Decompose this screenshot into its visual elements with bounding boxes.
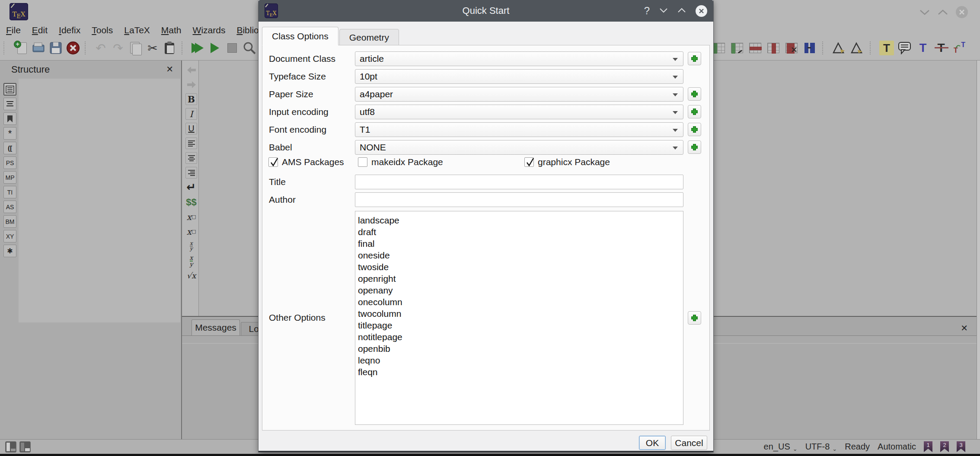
italic-icon[interactable]: I (185, 108, 197, 120)
status-language[interactable]: en_US (764, 442, 790, 452)
newline-icon[interactable]: ↵ (185, 182, 197, 193)
bookmark-3-icon[interactable]: 3 (957, 441, 965, 452)
list-item[interactable]: oneside (358, 249, 683, 261)
author-input[interactable] (355, 192, 683, 207)
menu-file[interactable]: File (6, 25, 21, 35)
triangle-prev-icon[interactable] (850, 41, 865, 55)
structure-view-icon[interactable] (3, 83, 16, 96)
delete-row-icon[interactable] (748, 41, 763, 55)
math-mode-icon[interactable]: $$ (185, 196, 197, 208)
list-item[interactable]: leqno (358, 354, 683, 366)
input-encoding-add-button[interactable] (688, 105, 701, 118)
copy-icon[interactable] (128, 41, 143, 55)
window-minimize-icon[interactable] (919, 9, 930, 15)
redo-icon[interactable]: ↷ (111, 41, 125, 55)
input-encoding-select[interactable]: utf8 (355, 105, 683, 119)
document-class-select[interactable]: article (355, 51, 683, 66)
structure-panel-close-icon[interactable]: ✕ (166, 64, 173, 74)
bold-icon[interactable]: B (185, 93, 197, 105)
block-view-icon[interactable] (3, 98, 16, 110)
quick-build-icon[interactable] (190, 41, 205, 55)
dialog-shade-down-icon[interactable] (659, 7, 668, 15)
menu-wizards[interactable]: Wizards (193, 25, 226, 35)
asterisk-icon[interactable]: * (3, 127, 16, 140)
triangle-next-icon[interactable] (832, 41, 846, 55)
edit-table-column-icon[interactable] (730, 41, 744, 55)
menu-edit[interactable]: Edit (32, 25, 48, 35)
as-icon[interactable]: AS (3, 201, 16, 213)
sqrt-icon[interactable]: √x (185, 270, 197, 281)
babel-select[interactable]: NONE (355, 140, 683, 155)
dialog-help-icon[interactable]: ? (644, 5, 650, 17)
fraction-icon[interactable]: xy (185, 255, 197, 267)
symbols-icon[interactable]: ✱ (3, 245, 16, 257)
font-encoding-select[interactable]: T1 (355, 122, 683, 137)
dialog-close-icon[interactable] (696, 5, 707, 17)
paper-size-select[interactable]: a4paper (355, 87, 683, 102)
list-item[interactable]: draft (358, 226, 683, 238)
dialog-shade-up-icon[interactable] (677, 7, 686, 15)
other-options-add-button[interactable] (688, 311, 701, 325)
list-item[interactable]: openbib (358, 343, 683, 354)
toolbar-grip[interactable] (3, 41, 7, 54)
list-item[interactable]: fleqn (358, 366, 683, 378)
close-document-icon[interactable] (66, 41, 80, 55)
cut-icon[interactable]: ✂ (145, 41, 160, 55)
xy-icon[interactable]: XY (3, 230, 16, 242)
babel-add-button[interactable] (688, 140, 701, 154)
comment-icon[interactable] (897, 41, 912, 55)
menu-latex[interactable]: LaTeX (124, 25, 150, 35)
window-close-icon[interactable] (956, 6, 968, 18)
bookmark-1-icon[interactable]: 1 (924, 441, 932, 452)
subscript-icon[interactable]: x□ (185, 211, 197, 223)
strikethrough-icon[interactable]: T (934, 41, 948, 55)
bm-icon[interactable]: BM (3, 215, 16, 228)
dialog-titlebar[interactable]: TEX Quick Start ? (259, 0, 713, 22)
document-class-add-button[interactable] (688, 52, 701, 65)
menu-math[interactable]: Math (161, 25, 182, 35)
menu-tools[interactable]: Tools (92, 25, 113, 35)
superscript-icon[interactable]: x□ (185, 226, 197, 237)
tab-messages[interactable]: Messages (192, 319, 240, 335)
toggle-structure-panel-icon[interactable] (5, 441, 16, 453)
list-item[interactable]: notitlepage (358, 331, 683, 343)
list-item[interactable]: openright (358, 273, 683, 284)
ok-button[interactable]: OK (639, 436, 666, 450)
sub-superscript-icon[interactable]: T T (952, 41, 967, 55)
list-item[interactable]: onecolumn (358, 296, 683, 308)
cancel-button[interactable]: Cancel (671, 436, 707, 450)
graphicx-package-checkbox[interactable]: graphicx Package (524, 157, 610, 167)
list-item[interactable]: final (358, 238, 683, 249)
bookmark-view-icon[interactable] (3, 112, 16, 125)
structure-tree[interactable] (19, 79, 180, 322)
ps-icon[interactable]: PS (3, 156, 16, 169)
paste-icon[interactable] (163, 41, 177, 55)
run-icon[interactable] (207, 41, 222, 55)
mp-icon[interactable]: MP (3, 171, 16, 184)
menu-idefix[interactable]: Idefix (59, 25, 80, 35)
undo-icon[interactable]: ↶ (93, 41, 108, 55)
other-options-list[interactable]: landscape draft final oneside twoside op… (355, 211, 683, 425)
back-icon[interactable] (185, 64, 197, 76)
toggle-messages-panel-icon[interactable] (19, 441, 31, 453)
highlight-text-icon[interactable]: T (879, 41, 894, 55)
font-encoding-add-button[interactable] (688, 123, 701, 136)
paper-size-add-button[interactable] (688, 87, 701, 101)
status-encoding[interactable]: UTF-8 (805, 442, 830, 452)
ti-icon[interactable]: TI (3, 186, 16, 198)
ams-packages-checkbox[interactable]: AMS Packages (268, 157, 344, 167)
typeface-size-select[interactable]: 10pt (355, 69, 683, 84)
menu-biblio[interactable]: Biblio (236, 25, 259, 35)
list-item[interactable]: twocolumn (358, 308, 683, 319)
list-item[interactable]: landscape (358, 214, 683, 226)
add-table-icon[interactable] (712, 41, 726, 55)
align-right-icon[interactable] (185, 167, 197, 179)
fraction-small-icon[interactable]: xy (185, 240, 197, 252)
save-icon[interactable] (48, 41, 63, 55)
messages-panel-close-icon[interactable]: ✕ (961, 323, 968, 333)
list-item[interactable]: titlepage (358, 319, 683, 331)
tab-geometry[interactable]: Geometry (339, 29, 399, 45)
tab-class-options[interactable]: Class Options (262, 27, 338, 45)
magnifier-icon[interactable] (242, 41, 257, 55)
forward-icon[interactable] (185, 79, 197, 90)
